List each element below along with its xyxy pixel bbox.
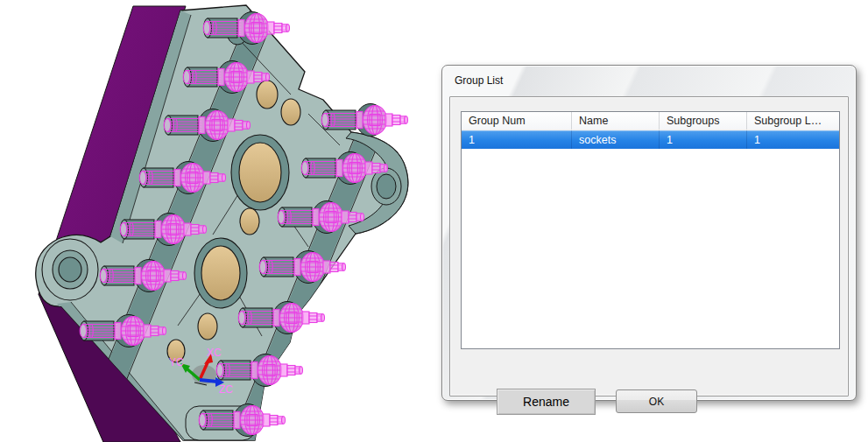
3d-viewport[interactable]: XC YC ZC xyxy=(0,0,438,442)
header-cell-subgroups[interactable]: Subgroups xyxy=(660,112,747,130)
axis-label-yc: YC xyxy=(169,356,184,368)
dialog-titlebar[interactable]: Group List xyxy=(442,66,856,95)
list-header: Group Num Name Subgroups Subgroup L… xyxy=(462,112,839,130)
header-cell-subgroup-l[interactable]: Subgroup L… xyxy=(747,112,839,130)
app-window: XC YC ZC Group List Group Num Name Subgr… xyxy=(0,0,868,442)
ok-button[interactable]: OK xyxy=(616,389,697,413)
dialog-groupbox: Group Num Name Subgroups Subgroup L… 1 s… xyxy=(449,96,849,396)
header-cell-group-num[interactable]: Group Num xyxy=(462,112,572,130)
axis-label-zc: ZC xyxy=(219,383,233,396)
cell-name: sockets xyxy=(572,130,660,149)
group-list-dialog: Group List Group Num Name Subgroups Subg… xyxy=(441,65,857,401)
list-row-selected[interactable]: 1 sockets 1 1 xyxy=(462,130,839,149)
left-lug xyxy=(42,239,98,300)
cell-subgroup-length: 1 xyxy=(747,130,839,149)
cell-group-num: 1 xyxy=(462,130,572,149)
dialog-title: Group List xyxy=(455,74,503,87)
header-cell-name[interactable]: Name xyxy=(572,112,660,130)
axis-label-xc: XC xyxy=(207,347,222,359)
cad-model: XC YC ZC xyxy=(0,0,438,442)
group-list-view[interactable]: Group Num Name Subgroups Subgroup L… 1 s… xyxy=(461,111,840,349)
rename-button[interactable]: Rename xyxy=(497,389,596,415)
cell-subgroups: 1 xyxy=(660,130,747,149)
